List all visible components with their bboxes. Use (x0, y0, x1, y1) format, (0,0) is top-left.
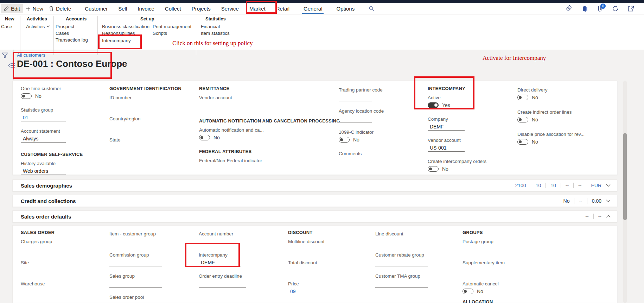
sales-group-input[interactable] (109, 281, 162, 288)
tab-invoice[interactable]: Invoice (136, 4, 156, 13)
pane-toggle-icon[interactable] (8, 63, 15, 68)
edit-button[interactable]: Edit (1, 4, 23, 13)
ribbon-item-business-classification[interactable]: Business classification (102, 24, 149, 29)
comments-input[interactable] (339, 158, 413, 165)
tab-general[interactable]: General (299, 4, 327, 13)
column-1: One-time customer No Statistics group 01… (21, 86, 83, 182)
dynamics-app-icon[interactable] (582, 6, 588, 12)
scrollbar-thumb[interactable] (623, 133, 627, 220)
intercompany-active-toggle[interactable] (428, 102, 439, 108)
tab-retail[interactable]: Retail (275, 4, 291, 13)
ribbon-item-case[interactable]: Case (1, 24, 12, 29)
history-available-input[interactable]: Web orders (21, 168, 66, 175)
search-icon[interactable] (369, 6, 375, 12)
intercompany-vendor-account-input[interactable]: US-001 (428, 145, 465, 152)
customer-tma-group-input[interactable] (375, 281, 428, 288)
ribbon-item-financial[interactable]: Financial (201, 24, 220, 29)
tab-market[interactable]: Market (248, 4, 267, 13)
create-indirect-order-lines-toggle[interactable] (517, 117, 528, 122)
tab-collect[interactable]: Collect (164, 4, 183, 13)
id-number-input[interactable] (109, 102, 157, 109)
customer-rebate-group-input[interactable] (375, 260, 428, 266)
site-input[interactable] (21, 267, 74, 274)
remittance-vendor-account-input[interactable] (199, 102, 247, 109)
chevron-down-icon[interactable] (606, 184, 611, 187)
one-time-customer-toggle[interactable] (21, 93, 32, 99)
delete-button[interactable]: Delete (46, 4, 74, 13)
ribbon-item-prospect[interactable]: Prospect (56, 24, 74, 29)
state-input[interactable] (109, 145, 157, 151)
group-title-setup: Set up (140, 16, 154, 21)
section-intercompany: INTERCOMPANY (428, 86, 486, 91)
field-customer-rebate-group: Customer rebate group (375, 252, 428, 266)
fasttab-sales-order-defaults[interactable]: Sales order defaults -- -- (12, 210, 617, 222)
ribbon-item-print-management[interactable]: Print management (153, 24, 191, 29)
statistics-group-input[interactable]: 01 (21, 115, 66, 121)
tab-options[interactable]: Options (335, 4, 356, 13)
direct-delivery-toggle[interactable] (517, 95, 528, 100)
ribbon-item-transaction-log[interactable]: Transaction log (56, 37, 88, 43)
ribbon-item-scripts[interactable]: Scripts (153, 31, 167, 36)
ribbon-item-cases[interactable]: Cases (56, 31, 69, 36)
total-discount-input[interactable] (288, 267, 341, 274)
open-in-new-window-icon[interactable] (628, 6, 634, 12)
ribbon-item-activities[interactable]: Activities (26, 24, 50, 29)
ribbon-item-intercompany[interactable]: Intercompany (102, 38, 131, 43)
so-column-6: GROUPS Postage group Supplementary item … (463, 230, 515, 303)
fasttab-credit-and-collections[interactable]: Credit and collections No -- 0.00 (12, 195, 617, 207)
chevron-up-icon[interactable] (606, 215, 611, 218)
refresh-icon[interactable] (612, 5, 619, 12)
ribbon-separator (196, 16, 196, 55)
item-customer-group-input[interactable] (109, 239, 162, 245)
field-sales-order-pool: Sales order pool (109, 295, 162, 303)
tab-service[interactable]: Service (220, 4, 240, 13)
multiline-discount-input[interactable] (288, 246, 341, 253)
new-button[interactable]: New (23, 4, 46, 13)
field-disable-price-allocation: Disable price allocation for rev... No (517, 132, 585, 145)
country-region-input[interactable] (109, 124, 157, 130)
field-line-discount: Line discount (375, 231, 428, 245)
column-3: REMITTANCE Vendor account AUTOMATIC NOTI… (199, 86, 340, 179)
automatic-cancel-toggle[interactable] (463, 289, 473, 294)
column-5: INTERCOMPANY Active Yes Company DEMF Ven… (428, 86, 486, 179)
indicator-1099c-toggle[interactable] (339, 137, 350, 143)
tab-projects[interactable]: Projects (190, 4, 212, 13)
auto-notification-toggle[interactable] (199, 135, 210, 140)
workspaces-icon[interactable] (566, 5, 573, 12)
fasttab-sales-demographics[interactable]: Sales demographics 2100 10 10 -- -- EUR (12, 179, 617, 191)
plus-icon (26, 6, 31, 11)
commission-group-input[interactable] (109, 260, 162, 266)
tab-customer[interactable]: Customer (83, 4, 109, 13)
supplementary-item-input[interactable] (463, 267, 515, 274)
agency-location-code-input[interactable] (339, 116, 372, 122)
federal-indicator-input[interactable] (199, 165, 259, 172)
so-intercompany-input[interactable]: DEMF (199, 260, 241, 266)
order-entry-deadline-input[interactable] (199, 281, 246, 288)
warehouse-input[interactable] (21, 289, 74, 295)
disable-price-allocation-toggle[interactable] (517, 139, 528, 145)
attachments-icon[interactable]: 0 (597, 6, 603, 12)
breadcrumb-all-customers[interactable]: All customers (17, 52, 45, 58)
account-statement-input[interactable]: Always (21, 136, 66, 143)
intercompany-company-input[interactable]: DEMF (428, 124, 465, 131)
sales-order-defaults-summary: -- -- (585, 214, 617, 219)
tab-sell[interactable]: Sell (117, 4, 128, 13)
charges-group-input[interactable] (21, 246, 74, 253)
section-remittance: REMITTANCE (199, 86, 340, 91)
ribbon-item-responsibilities[interactable]: Responsibilities (102, 31, 135, 36)
filter-icon[interactable] (2, 52, 8, 58)
account-number-input[interactable] (199, 239, 251, 245)
postage-group-input[interactable] (463, 246, 515, 253)
ribbon-item-item-statistics[interactable]: Item statistics (201, 31, 230, 36)
ribbon-separator (97, 16, 98, 55)
field-intercompany-vendor-account: Vendor account US-001 (428, 138, 486, 152)
create-intercompany-orders-toggle[interactable] (428, 166, 439, 172)
price-input[interactable]: 09 (288, 289, 341, 295)
line-discount-input[interactable] (375, 239, 428, 245)
chevron-down-icon[interactable] (606, 200, 611, 202)
field-id-number: ID number (109, 95, 181, 109)
field-item-customer-group: Item - customer group (109, 231, 162, 245)
trading-partner-code-input[interactable] (339, 95, 372, 101)
section-allocation: ALLOCATION (463, 299, 515, 303)
group-title-statistics: Statistics (205, 16, 226, 21)
